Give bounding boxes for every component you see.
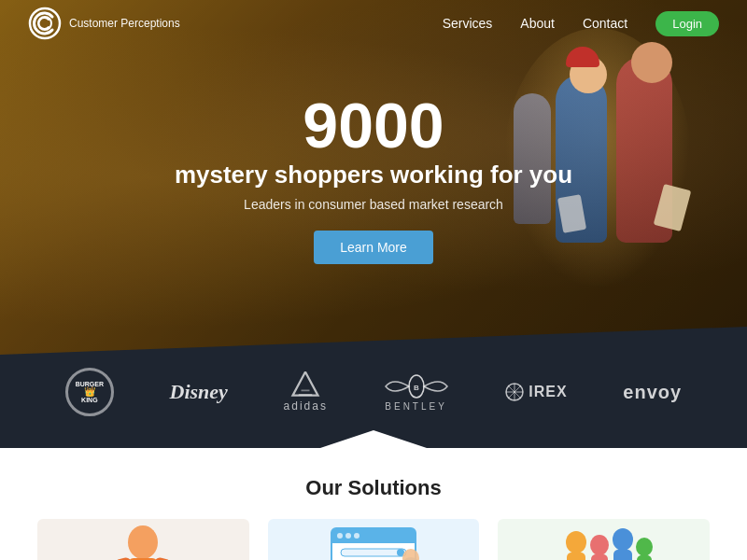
login-button[interactable]: Login [655,11,719,36]
bentley-wings-icon: B [384,373,449,399]
brand-adidas[interactable]: adidas [284,371,328,413]
svg-point-33 [590,535,609,555]
solution-card-2[interactable] [268,519,480,560]
irex-icon [504,382,525,402]
hero-section: 9000 mystery shoppers working for you Le… [0,0,747,355]
nav-link-about[interactable]: About [520,16,555,31]
hero-tagline: mystery shoppers working for you [0,161,747,189]
band-notch [317,430,430,449]
svg-text:B: B [414,384,419,392]
svg-point-35 [613,528,633,551]
card1-illustration [37,519,249,560]
svg-point-23 [354,533,359,539]
brand-disney[interactable]: Disney [170,380,228,404]
nav-links: Services About Contact Login [443,11,719,36]
solutions-section: Our Solutions [0,448,747,560]
svg-point-12 [128,525,158,559]
logo-icon [28,7,62,40]
card3-illustration [498,519,710,560]
svg-point-21 [337,533,343,539]
svg-point-22 [345,533,351,539]
svg-rect-38 [637,555,652,560]
irex-logo-text: IREX [529,384,567,400]
card3-people [548,519,660,560]
svg-rect-24 [341,549,406,556]
card2-illustration [268,519,480,560]
card1-figure [87,519,199,560]
svg-point-37 [636,538,653,556]
burger-king-logo: BURGER 👑 KING [65,368,114,416]
brand-burger-king[interactable]: BURGER 👑 KING [65,368,114,416]
learn-more-button[interactable]: Learn More [314,231,433,264]
logo-text: Customer Perceptions [69,17,180,30]
svg-rect-32 [567,553,585,560]
brand-envoy[interactable]: envoy [623,382,682,403]
nav-link-contact[interactable]: Contact [583,16,627,31]
svg-rect-34 [591,554,608,560]
solution-card-3[interactable] [498,519,710,560]
card2-browser [317,519,430,560]
nav-link-services[interactable]: Services [443,16,493,31]
adidas-logo-icon [289,371,322,398]
brand-bentley[interactable]: B BENTLEY [384,373,449,412]
brand-irex[interactable]: IREX [504,382,567,402]
solution-card-1[interactable] [37,519,249,560]
svg-point-31 [566,531,586,553]
svg-rect-36 [613,550,632,560]
disney-logo-text: Disney [170,380,228,403]
envoy-logo-text: envoy [623,382,682,402]
adidas-logo-text: adidas [284,399,328,413]
logo-area[interactable]: Customer Perceptions [28,7,180,40]
hero-number: 9000 [0,93,747,157]
svg-rect-20 [331,536,416,543]
hero-subtitle: Leaders in consumer based market researc… [0,197,747,212]
svg-marker-2 [293,372,318,396]
brands-row: BURGER 👑 KING Disney adidas B [0,349,747,426]
solutions-cards [37,519,710,560]
solutions-title: Our Solutions [37,476,710,500]
bentley-logo-text: BENTLEY [385,401,447,412]
navbar: Customer Perceptions Services About Cont… [0,0,747,47]
